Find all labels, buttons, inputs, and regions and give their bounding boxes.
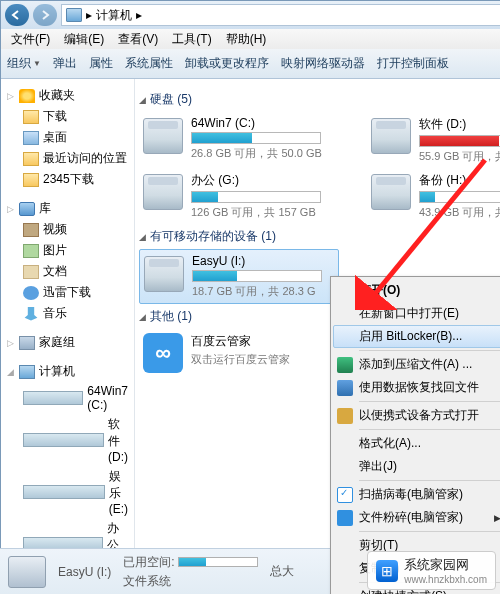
sidebar-computer[interactable]: ◢计算机 [1, 361, 134, 382]
ctx-portable[interactable]: 以便携式设备方式打开 [333, 404, 500, 427]
address-sep: ▸ [86, 8, 92, 22]
library-icon [19, 202, 35, 216]
sidebar-recent[interactable]: 最近访问的位置 [1, 148, 134, 169]
tb-uninstall[interactable]: 卸载或更改程序 [185, 55, 269, 72]
item-name: 百度云管家 [191, 333, 290, 350]
drive-icon [144, 256, 184, 292]
sidebar-xunlei[interactable]: 迅雷下载 [1, 282, 134, 303]
tb-cpanel[interactable]: 打开控制面板 [377, 55, 449, 72]
menu-view[interactable]: 查看(V) [112, 29, 164, 50]
drive-d[interactable]: 软件 (D:) 55.9 GB 可用，共 [367, 112, 500, 168]
ctx-restore[interactable]: 使用数据恢复找回文件 [333, 376, 500, 399]
address-sep2: ▸ [136, 8, 142, 22]
sidebar-drive-e[interactable]: 娱乐 (E:) [1, 466, 134, 518]
drive-c[interactable]: 64Win7 (C:) 26.8 GB 可用，共 50.0 GB [139, 112, 331, 168]
music-icon [23, 307, 39, 321]
status-name: EasyU (I:) [58, 565, 111, 579]
drive-icon [8, 556, 46, 588]
sidebar-desktop[interactable]: 桌面 [1, 127, 134, 148]
drive-g[interactable]: 办公 (G:) 126 GB 可用，共 157 GB [139, 168, 331, 224]
computer-icon [66, 8, 82, 22]
tb-organize[interactable]: 组织▼ [7, 55, 41, 72]
item-baidu[interactable]: ∞ 百度云管家 双击运行百度云管家 [139, 329, 339, 377]
drive-name: 办公 (G:) [191, 172, 321, 189]
sidebar-2345[interactable]: 2345下载 [1, 169, 134, 190]
tb-netdrive[interactable]: 映射网络驱动器 [281, 55, 365, 72]
section-removable[interactable]: ◢有可移动存储的设备 (1) [139, 224, 500, 249]
context-menu: 打开(O) 在新窗口中打开(E) 启用 BitLocker(B)... 添加到压… [330, 276, 500, 594]
drive-icon [23, 433, 104, 447]
drive-name: 软件 (D:) [419, 116, 500, 133]
picture-icon [23, 244, 39, 258]
homegroup-icon [19, 336, 35, 350]
ctx-eject[interactable]: 弹出(J) [333, 455, 500, 478]
shred-icon [337, 510, 353, 526]
star-icon [19, 89, 35, 103]
tb-sysprops[interactable]: 系统属性 [125, 55, 173, 72]
restore-icon [337, 380, 353, 396]
watermark-url: www.hnzkbxh.com [404, 574, 487, 585]
shield-icon [337, 487, 353, 503]
ctx-separator [359, 480, 500, 481]
drive-name: 备份 (H:) [419, 172, 500, 189]
ctx-separator [359, 531, 500, 532]
ctx-format[interactable]: 格式化(A)... [333, 432, 500, 455]
menu-file[interactable]: 文件(F) [5, 29, 56, 50]
ctx-open[interactable]: 打开(O) [333, 279, 500, 302]
drive-icon [143, 174, 183, 210]
tb-eject[interactable]: 弹出 [53, 55, 77, 72]
menu-tools[interactable]: 工具(T) [166, 29, 217, 50]
sidebar-music[interactable]: 音乐 [1, 303, 134, 324]
status-used-label: 已用空间: [123, 555, 174, 569]
drive-i[interactable]: EasyU (I:) 18.7 GB 可用，共 28.3 G [139, 249, 339, 304]
drive-name: EasyU (I:) [192, 254, 322, 268]
address-bar[interactable]: ▸ 计算机 ▸ [61, 4, 500, 26]
sidebar-drive-c[interactable]: 64Win7 (C:) [1, 382, 134, 414]
ctx-shred[interactable]: 文件粉碎(电脑管家)▶ [333, 506, 500, 529]
baidu-icon: ∞ [143, 333, 183, 373]
portable-icon [337, 408, 353, 424]
computer-icon [19, 365, 35, 379]
ctx-separator [359, 350, 500, 351]
drive-h[interactable]: 备份 (H:) 43.9 GB 可用，共 49 [367, 168, 500, 224]
menu-help[interactable]: 帮助(H) [220, 29, 273, 50]
usage-bar [419, 191, 500, 203]
sidebar-libraries[interactable]: ▷库 [1, 198, 134, 219]
ctx-bitlocker[interactable]: 启用 BitLocker(B)... [333, 325, 500, 348]
titlebar: ▸ 计算机 ▸ [1, 1, 500, 29]
drive-icon [143, 118, 183, 154]
folder-icon [23, 110, 39, 124]
ctx-add-to-zip[interactable]: 添加到压缩文件(A) ... [333, 353, 500, 376]
toolbar: 组织▼ 弹出 属性 系统属性 卸载或更改程序 映射网络驱动器 打开控制面板 [1, 49, 500, 79]
sidebar-documents[interactable]: 文档 [1, 261, 134, 282]
drive-icon [23, 485, 105, 499]
video-icon [23, 223, 39, 237]
sidebar-pictures[interactable]: 图片 [1, 240, 134, 261]
drive-stats: 26.8 GB 可用，共 50.0 GB [191, 146, 322, 161]
drive-stats: 18.7 GB 可用，共 28.3 G [192, 284, 322, 299]
ctx-separator [359, 429, 500, 430]
forward-button[interactable] [33, 4, 57, 26]
drive-icon [23, 391, 83, 405]
sidebar-drive-d[interactable]: 软件 (D:) [1, 414, 134, 466]
sidebar-favorites[interactable]: ▷收藏夹 [1, 85, 134, 106]
drive-stats: 43.9 GB 可用，共 49 [419, 205, 500, 220]
ctx-separator [359, 401, 500, 402]
sidebar-downloads[interactable]: 下载 [1, 106, 134, 127]
section-hdd[interactable]: ◢硬盘 (5) [139, 87, 500, 112]
menubar: 文件(F) 编辑(E) 查看(V) 工具(T) 帮助(H) [1, 29, 500, 49]
zip-icon [337, 357, 353, 373]
item-sub: 双击运行百度云管家 [191, 352, 290, 367]
menu-edit[interactable]: 编辑(E) [58, 29, 110, 50]
ctx-open-new-window[interactable]: 在新窗口中打开(E) [333, 302, 500, 325]
desktop-icon [23, 131, 39, 145]
drive-stats: 126 GB 可用，共 157 GB [191, 205, 321, 220]
ctx-scan-virus[interactable]: 扫描病毒(电脑管家) [333, 483, 500, 506]
sidebar-homegroup[interactable]: ▷家庭组 [1, 332, 134, 353]
sidebar-videos[interactable]: 视频 [1, 219, 134, 240]
drive-stats: 55.9 GB 可用，共 [419, 149, 500, 164]
usage-bar [419, 135, 500, 147]
back-button[interactable] [5, 4, 29, 26]
tb-properties[interactable]: 属性 [89, 55, 113, 72]
usage-bar [191, 191, 321, 203]
